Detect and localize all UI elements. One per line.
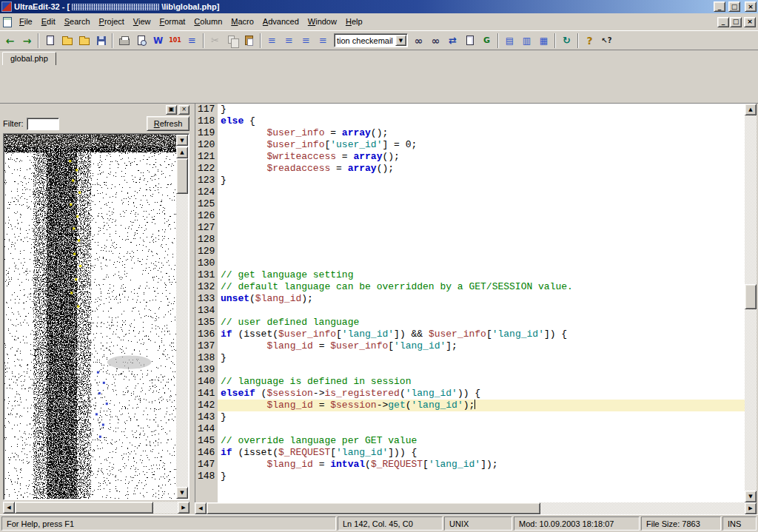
file-list-content[interactable] [4,147,176,499]
pane-hscroll-thumb[interactable] [15,502,153,514]
code-line-126[interactable]: 126 [195,210,745,222]
close-button[interactable]: × [745,1,757,12]
code-line-143[interactable]: 143} [195,411,745,423]
split-window-button[interactable]: ▥ [518,33,535,49]
pane-horizontal-scrollbar[interactable]: ◀ ▶ [3,502,190,514]
menu-column[interactable]: Column [190,14,227,30]
code-line-121[interactable]: 121 $writeaccess = array(); [195,151,745,163]
minimize-button[interactable]: _ [714,1,725,12]
align-center-button[interactable]: ≡ [281,33,298,49]
file-list[interactable]: ▼ [3,133,190,500]
mdi-minimize-button[interactable]: _ [717,17,729,27]
special-chars-button[interactable]: 101 [167,33,184,49]
pane-scroll-down-button[interactable]: ▼ [176,487,188,499]
pane-vscroll-thumb[interactable] [176,158,188,194]
pane-vscroll-track[interactable] [176,158,188,487]
editor-scroll-left-button[interactable]: ◀ [195,502,207,514]
code-line-117[interactable]: 117} [195,104,745,115]
context-help-button[interactable]: ↖? [598,33,615,49]
editor-scroll-down-button[interactable]: ▼ [745,491,757,502]
editor-scroll-up-button[interactable]: ▲ [745,104,757,115]
code-line-127[interactable]: 127 [195,222,745,234]
align-right-button[interactable]: ≡ [298,33,315,49]
goto-button[interactable]: G [478,33,495,49]
tab-global-php[interactable]: global.php [2,52,56,65]
maximize-button[interactable]: □ [728,1,740,12]
code-line-148[interactable]: 148} [195,471,745,482]
filter-input[interactable] [27,118,59,130]
code-line-133[interactable]: 133unset($lang_id); [195,293,745,305]
find-next-button[interactable]: ∞ [427,33,444,49]
code-line-138[interactable]: 138} [195,352,745,364]
pane-scroll-left-button[interactable]: ◀ [3,502,15,514]
pane-scroll-up-button[interactable]: ▲ [176,147,188,158]
menu-view[interactable]: View [129,14,155,30]
align-left-button[interactable]: ≡ [264,33,281,49]
code-line-145[interactable]: 145// override language per GET value [195,435,745,447]
code-line-120[interactable]: 120 $user_info['user_id'] = 0; [195,139,745,151]
code-line-137[interactable]: 137 $lang_id = $user_info['lang_id']; [195,340,745,352]
align-justify-button[interactable]: ≡ [315,33,332,49]
code-line-128[interactable]: 128 [195,234,745,246]
editor-vscroll-track[interactable] [745,115,757,491]
menu-format[interactable]: Format [155,14,190,30]
code-line-123[interactable]: 123} [195,175,745,186]
code-line-119[interactable]: 119 $user_info = array(); [195,127,745,139]
code-lines[interactable]: 117}118else {119 $user_info = array();12… [195,104,745,502]
code-line-124[interactable]: 124 [195,186,745,198]
refresh-button[interactable]: Refresh [147,116,190,131]
function-combobox[interactable]: tion checkemail▼ [334,33,408,47]
editor-hscroll-track[interactable] [207,502,745,514]
menu-macro[interactable]: Macro [227,14,258,30]
print-preview-button[interactable] [133,33,150,49]
code-line-131[interactable]: 131// get language setting [195,269,745,281]
open-file-button[interactable] [58,33,76,49]
back-button[interactable]: ← [1,33,19,49]
code-line-142[interactable]: 142 $lang_id = $session->get('lang_id'); [195,400,745,411]
column-mode-button[interactable]: ▤ [501,33,518,49]
menu-help[interactable]: Help [341,14,367,30]
editor-vscroll-thumb[interactable] [745,284,757,309]
app-icon[interactable] [1,1,12,12]
code-line-146[interactable]: 146if (isset($_REQUEST['lang_id'])) { [195,447,745,459]
copy-button[interactable] [224,33,241,49]
new-file-button[interactable] [41,33,58,49]
menu-window[interactable]: Window [303,14,341,30]
code-line-125[interactable]: 125 [195,198,745,210]
document-icon[interactable] [3,17,12,27]
code-line-132[interactable]: 132// default language can be overridden… [195,281,745,293]
table-button[interactable]: ▦ [535,33,552,49]
help-button[interactable]: ? [581,33,598,49]
quick-open-button[interactable] [76,33,93,49]
menu-search[interactable]: Search [60,14,95,30]
code-line-139[interactable]: 139 [195,364,745,376]
paragraph-list-button[interactable]: ≡ [184,33,201,49]
pane-hscroll-track[interactable] [15,502,178,514]
find-in-files-button[interactable] [461,33,478,49]
menu-file[interactable]: File [15,14,37,30]
code-line-122[interactable]: 122 $readaccess = array(); [195,163,745,175]
code-line-141[interactable]: 141elseif ($session->is_registered('lang… [195,388,745,400]
code-line-147[interactable]: 147 $lang_id = intval($_REQUEST['lang_id… [195,459,745,471]
save-button[interactable] [93,33,110,49]
code-line-135[interactable]: 135// user defined language [195,317,745,329]
mdi-close-button[interactable]: × [744,17,756,27]
print-button[interactable] [115,33,133,49]
editor-hscroll-thumb[interactable] [207,502,540,514]
find-button[interactable]: ∞ [410,33,427,49]
cut-button[interactable]: ✂ [207,33,224,49]
sync-button[interactable]: ↻ [558,33,575,49]
pane-scroll-right-button[interactable]: ▶ [178,502,190,514]
menu-advanced[interactable]: Advanced [258,14,303,30]
editor-vertical-scrollbar[interactable]: ▲ ▼ [745,104,757,502]
mdi-restore-button[interactable]: □ [730,17,742,27]
code-line-130[interactable]: 130 [195,257,745,269]
pane-close-button[interactable]: × [178,105,190,115]
combobox-dropdown-icon[interactable]: ▼ [395,35,406,46]
menu-project[interactable]: Project [95,14,129,30]
replace-button[interactable]: ⇄ [444,33,461,49]
pane-window-button[interactable]: ▣ [166,105,177,115]
editor-horizontal-scrollbar[interactable]: ◀ ▶ [195,502,757,514]
menu-edit[interactable]: Edit [37,14,60,30]
editor-scroll-right-button[interactable]: ▶ [745,502,757,514]
